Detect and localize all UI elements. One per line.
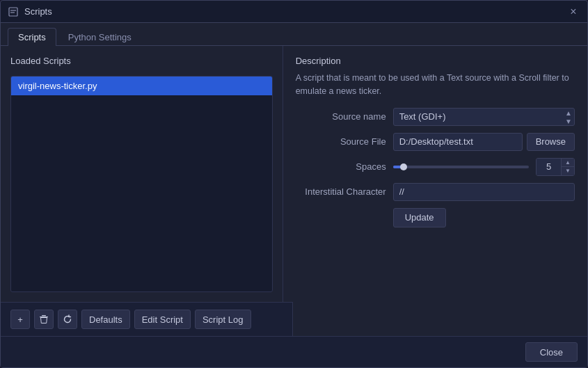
loaded-scripts-label: Loaded Scripts [10, 56, 273, 66]
script-log-button[interactable]: Script Log [195, 310, 251, 329]
spaces-value: 5 [537, 159, 562, 175]
close-dialog-button[interactable]: Close [525, 342, 578, 362]
spaces-spin-down[interactable]: ▼ [562, 167, 574, 175]
spaces-slider-thumb[interactable] [400, 163, 407, 170]
defaults-button[interactable]: Defaults [81, 310, 130, 329]
interstitial-label: Interstitial Character [296, 186, 386, 197]
source-file-group: Browse [393, 133, 575, 151]
interstitial-row: Interstitial Character [296, 183, 575, 201]
title-close-button[interactable]: × [566, 5, 580, 19]
source-name-label: Source name [296, 111, 386, 122]
title-bar-left: Scripts [8, 6, 52, 17]
browse-button[interactable]: Browse [527, 133, 575, 151]
add-script-button[interactable]: + [10, 310, 30, 329]
source-name-select[interactable]: Text (GDI+) Text (FreeType2) [393, 108, 575, 126]
update-button[interactable]: Update [393, 208, 446, 227]
description-heading: Description [296, 56, 575, 66]
dialog-window: Scripts × Scripts Python Settings Loaded… [0, 0, 588, 368]
bottom-section: + Defaults [1, 302, 587, 367]
bottom-bar: Close [1, 336, 587, 367]
source-file-label: Source File [296, 136, 386, 147]
scripts-icon [8, 6, 19, 17]
title-bar: Scripts × [1, 1, 587, 23]
right-panel: Description A script that is meant to be… [283, 46, 587, 302]
edit-script-button[interactable]: Edit Script [134, 310, 191, 329]
tabs-container: Scripts Python Settings [1, 23, 587, 46]
spaces-row: Spaces 5 ▲ ▼ [296, 158, 575, 176]
form-section: Source name Text (GDI+) Text (FreeType2)… [296, 108, 575, 227]
source-name-row: Source name Text (GDI+) Text (FreeType2)… [296, 108, 575, 126]
left-toolbar-wrapper: + Defaults [1, 302, 293, 336]
right-toolbar-wrapper [293, 302, 587, 336]
scripts-list: virgil-news-ticker.py [10, 76, 273, 292]
source-name-select-wrapper: Text (GDI+) Text (FreeType2) ▲ ▼ [393, 108, 575, 126]
source-file-input[interactable] [393, 133, 523, 151]
title-text: Scripts [24, 6, 52, 17]
spaces-control [393, 166, 529, 168]
main-content: Loaded Scripts virgil-news-ticker.py Des… [1, 46, 587, 302]
trash-icon [39, 314, 49, 324]
reload-script-button[interactable] [58, 310, 77, 329]
description-section: Description A script that is meant to be… [296, 56, 575, 98]
script-item[interactable]: virgil-news-ticker.py [11, 77, 272, 95]
spaces-spin-up[interactable]: ▲ [562, 159, 574, 168]
tab-scripts[interactable]: Scripts [8, 28, 56, 46]
svg-rect-4 [42, 315, 46, 316]
spaces-spin-buttons: ▲ ▼ [562, 159, 574, 175]
spaces-slider-track[interactable] [393, 166, 529, 168]
spaces-number-spin: 5 ▲ ▼ [536, 158, 575, 176]
refresh-icon [63, 314, 72, 324]
panels-bottom: + Defaults [1, 302, 587, 336]
delete-script-button[interactable] [34, 310, 54, 329]
description-text: A script that is meant to be used with a… [296, 72, 575, 98]
source-file-row: Source File Browse [296, 133, 575, 151]
spaces-label: Spaces [296, 161, 386, 172]
interstitial-input[interactable] [393, 183, 575, 201]
tab-python-settings[interactable]: Python Settings [58, 28, 142, 46]
left-panel: Loaded Scripts virgil-news-ticker.py [1, 46, 283, 302]
scripts-toolbar: + Defaults [1, 302, 292, 336]
svg-rect-0 [9, 8, 17, 16]
